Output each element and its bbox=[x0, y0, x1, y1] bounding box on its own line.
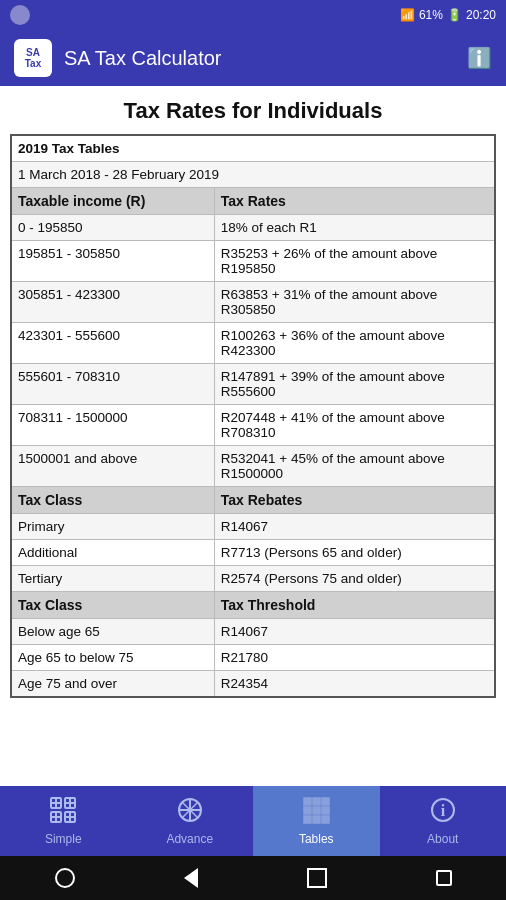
logo-line2: Tax bbox=[25, 58, 42, 69]
advance-icon bbox=[176, 796, 204, 828]
svg-rect-25 bbox=[322, 816, 329, 823]
year-title: 2019 Tax Tables bbox=[11, 135, 495, 162]
status-right: 📶 61% 🔋 20:20 bbox=[400, 8, 496, 22]
rate-cell: 18% of each R1 bbox=[214, 215, 495, 241]
threshold-class-cell: Below age 65 bbox=[11, 619, 214, 645]
rate-cell: R207448 + 41% of the amount above R70831… bbox=[214, 405, 495, 446]
tax-row: 0 - 195850 18% of each R1 bbox=[11, 215, 495, 241]
rebate-class-cell: Additional bbox=[11, 540, 214, 566]
income-cell: 1500001 and above bbox=[11, 446, 214, 487]
system-nav bbox=[0, 856, 506, 900]
tax-row: 708311 - 1500000 R207448 + 41% of the am… bbox=[11, 405, 495, 446]
threshold-class-cell: Age 75 and over bbox=[11, 671, 214, 698]
rate-cell: R147891 + 39% of the amount above R55560… bbox=[214, 364, 495, 405]
nav-item-simple[interactable]: Simple bbox=[0, 786, 127, 856]
page-title: Tax Rates for Individuals bbox=[0, 86, 506, 134]
nav-item-about[interactable]: i About bbox=[380, 786, 507, 856]
threshold-header: Tax Threshold bbox=[214, 592, 495, 619]
svg-rect-18 bbox=[313, 798, 320, 805]
status-bar: 📶 61% 🔋 20:20 bbox=[0, 0, 506, 30]
app-title: SA Tax Calculator bbox=[64, 47, 467, 70]
rebate-class-cell: Primary bbox=[11, 514, 214, 540]
about-label: About bbox=[427, 832, 458, 846]
rebate-amount-cell: R14067 bbox=[214, 514, 495, 540]
threshold-row: Age 75 and over R24354 bbox=[11, 671, 495, 698]
period-subtitle: 1 March 2018 - 28 February 2019 bbox=[11, 162, 495, 188]
bottom-nav: Simple Advance Tables i About bbox=[0, 786, 506, 856]
tax-row: 195851 - 305850 R35253 + 26% of the amou… bbox=[11, 241, 495, 282]
svg-rect-20 bbox=[304, 807, 311, 814]
svg-rect-17 bbox=[304, 798, 311, 805]
rate-cell: R100263 + 36% of the amount above R42330… bbox=[214, 323, 495, 364]
tables-label: Tables bbox=[299, 832, 334, 846]
threshold-amount-cell: R14067 bbox=[214, 619, 495, 645]
threshold-class-cell: Age 65 to below 75 bbox=[11, 645, 214, 671]
rebates-header-row: Tax Class Tax Rebates bbox=[11, 487, 495, 514]
tax-row: 423301 - 555600 R100263 + 36% of the amo… bbox=[11, 323, 495, 364]
tax-row: 555601 - 708310 R147891 + 39% of the amo… bbox=[11, 364, 495, 405]
signal-icon: 📶 bbox=[400, 8, 415, 22]
svg-rect-24 bbox=[313, 816, 320, 823]
rebates-header: Tax Rebates bbox=[214, 487, 495, 514]
rebate-row: Tertiary R2574 (Persons 75 and older) bbox=[11, 566, 495, 592]
rebate-row: Additional R7713 (Persons 65 and older) bbox=[11, 540, 495, 566]
rebate-row: Primary R14067 bbox=[11, 514, 495, 540]
rate-cell: R35253 + 26% of the amount above R195850 bbox=[214, 241, 495, 282]
battery-icon: 🔋 bbox=[447, 8, 462, 22]
share-icon[interactable]: ℹ️ bbox=[467, 46, 492, 70]
income-cell: 555601 - 708310 bbox=[11, 364, 214, 405]
home-button[interactable] bbox=[55, 868, 75, 888]
income-cell: 195851 - 305850 bbox=[11, 241, 214, 282]
about-icon: i bbox=[429, 796, 457, 828]
nav-item-tables[interactable]: Tables bbox=[253, 786, 380, 856]
svg-rect-19 bbox=[322, 798, 329, 805]
nav-item-advance[interactable]: Advance bbox=[127, 786, 254, 856]
rebate-class-cell: Tertiary bbox=[11, 566, 214, 592]
tax-row: 305851 - 423300 R63853 + 31% of the amou… bbox=[11, 282, 495, 323]
rates-col-header: Tax Rates bbox=[214, 188, 495, 215]
year-row: 2019 Tax Tables bbox=[11, 135, 495, 162]
status-circle bbox=[10, 5, 30, 25]
income-cell: 0 - 195850 bbox=[11, 215, 214, 241]
svg-rect-22 bbox=[322, 807, 329, 814]
income-cell: 423301 - 555600 bbox=[11, 323, 214, 364]
rebate-amount-cell: R7713 (Persons 65 and older) bbox=[214, 540, 495, 566]
tax-row: 1500001 and above R532041 + 45% of the a… bbox=[11, 446, 495, 487]
tables-icon bbox=[302, 796, 330, 828]
app-logo: SA Tax bbox=[14, 39, 52, 77]
threshold-row: Below age 65 R14067 bbox=[11, 619, 495, 645]
threshold-header-row: Tax Class Tax Threshold bbox=[11, 592, 495, 619]
svg-rect-23 bbox=[304, 816, 311, 823]
threshold-row: Age 65 to below 75 R21780 bbox=[11, 645, 495, 671]
time: 20:20 bbox=[466, 8, 496, 22]
simple-label: Simple bbox=[45, 832, 82, 846]
advance-label: Advance bbox=[166, 832, 213, 846]
rate-cell: R532041 + 45% of the amount above R15000… bbox=[214, 446, 495, 487]
rate-cell: R63853 + 31% of the amount above R305850 bbox=[214, 282, 495, 323]
income-col-header: Taxable income (R) bbox=[11, 188, 214, 215]
app-bar: SA Tax SA Tax Calculator ℹ️ bbox=[0, 30, 506, 86]
threshold-class-header: Tax Class bbox=[11, 592, 214, 619]
recents-button[interactable] bbox=[307, 868, 327, 888]
back-button[interactable] bbox=[184, 868, 198, 888]
menu-button[interactable] bbox=[436, 870, 452, 886]
logo-line1: SA bbox=[26, 47, 40, 58]
threshold-amount-cell: R21780 bbox=[214, 645, 495, 671]
income-header-row: Taxable income (R) Tax Rates bbox=[11, 188, 495, 215]
rebate-amount-cell: R2574 (Persons 75 and older) bbox=[214, 566, 495, 592]
svg-text:i: i bbox=[441, 802, 446, 819]
svg-rect-21 bbox=[313, 807, 320, 814]
threshold-amount-cell: R24354 bbox=[214, 671, 495, 698]
simple-icon bbox=[49, 796, 77, 828]
battery-percent: 61% bbox=[419, 8, 443, 22]
income-cell: 708311 - 1500000 bbox=[11, 405, 214, 446]
income-cell: 305851 - 423300 bbox=[11, 282, 214, 323]
main-content: 2019 Tax Tables 1 March 2018 - 28 Februa… bbox=[0, 134, 506, 786]
tax-table: 2019 Tax Tables 1 March 2018 - 28 Februa… bbox=[10, 134, 496, 698]
rebate-class-header: Tax Class bbox=[11, 487, 214, 514]
period-row: 1 March 2018 - 28 February 2019 bbox=[11, 162, 495, 188]
